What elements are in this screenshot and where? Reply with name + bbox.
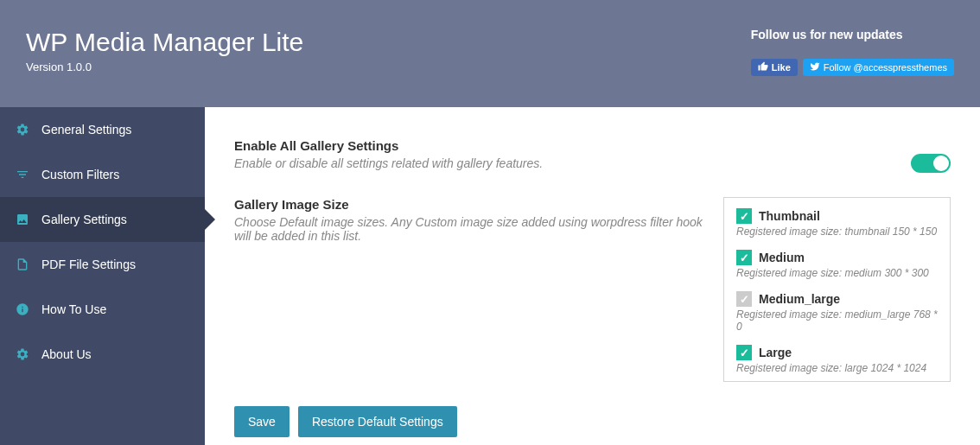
image-icon bbox=[16, 213, 29, 226]
sidebar-item-label: General Settings bbox=[41, 123, 131, 137]
facebook-like-button[interactable]: Like bbox=[751, 59, 798, 76]
checkbox-medium[interactable]: ✓ bbox=[736, 250, 752, 265]
sidebar-item-label: Custom Filters bbox=[41, 168, 119, 181]
app-title: WP Media Manager Lite bbox=[26, 28, 303, 57]
sidebar-item-how-to-use[interactable]: How To Use bbox=[0, 287, 205, 332]
checkbox-large[interactable]: ✓ bbox=[736, 345, 752, 360]
gear-icon bbox=[16, 123, 29, 137]
sidebar-item-label: PDF File Settings bbox=[41, 257, 136, 271]
tw-follow-label: Follow @accesspressthemes bbox=[824, 62, 947, 73]
sidebar-item-label: About Us bbox=[41, 347, 92, 361]
size-item-medium: ✓ Medium Registered image size: medium 3… bbox=[736, 250, 938, 279]
sidebar: General Settings Custom Filters Gallery … bbox=[0, 107, 205, 445]
size-meta: Registered image size: medium 300 * 300 bbox=[736, 267, 938, 279]
enable-all-desc: Enable or disable all settings related w… bbox=[234, 156, 718, 170]
sidebar-item-label: How To Use bbox=[41, 302, 106, 316]
follow-text: Follow us for new updates bbox=[751, 28, 954, 41]
restore-button[interactable]: Restore Default Settings bbox=[298, 406, 457, 437]
image-size-desc: Choose Default image sizes. Any Custom i… bbox=[234, 215, 718, 243]
size-name: Medium bbox=[759, 251, 805, 264]
enable-all-title: Enable All Gallery Settings bbox=[234, 138, 718, 153]
image-size-title: Gallery Image Size bbox=[234, 197, 718, 212]
save-button[interactable]: Save bbox=[234, 406, 290, 437]
image-size-list[interactable]: ✓ Thumbnail Registered image size: thumb… bbox=[723, 197, 951, 382]
thumbs-up-icon bbox=[758, 61, 768, 73]
size-item-large: ✓ Large Registered image size: large 102… bbox=[736, 345, 938, 374]
sidebar-item-general-settings[interactable]: General Settings bbox=[0, 107, 205, 152]
size-item-medium-large: ✓ Medium_large Registered image size: me… bbox=[736, 291, 938, 333]
sidebar-item-gallery-settings[interactable]: Gallery Settings bbox=[0, 197, 205, 242]
size-meta: Registered image size: large 1024 * 1024 bbox=[736, 362, 938, 374]
app-version: Version 1.0.0 bbox=[26, 60, 303, 73]
size-meta: Registered image size: thumbnail 150 * 1… bbox=[736, 226, 938, 238]
twitter-follow-button[interactable]: Follow @accesspressthemes bbox=[803, 59, 954, 76]
content-area: Enable All Gallery Settings Enable or di… bbox=[205, 107, 980, 445]
info-icon bbox=[16, 302, 29, 316]
size-item-thumbnail: ✓ Thumbnail Registered image size: thumb… bbox=[736, 208, 938, 238]
checkbox-thumbnail[interactable]: ✓ bbox=[736, 208, 752, 224]
filter-icon bbox=[16, 168, 29, 181]
size-meta: Registered image size: medium_large 768 … bbox=[736, 308, 938, 333]
sidebar-item-custom-filters[interactable]: Custom Filters bbox=[0, 152, 205, 197]
sidebar-item-about-us[interactable]: About Us bbox=[0, 332, 205, 377]
sidebar-item-label: Gallery Settings bbox=[41, 213, 127, 226]
pdf-icon bbox=[16, 257, 29, 271]
twitter-icon bbox=[810, 61, 820, 73]
gear-icon bbox=[16, 347, 29, 361]
checkbox-medium-large[interactable]: ✓ bbox=[736, 291, 752, 307]
size-name: Large bbox=[759, 346, 792, 359]
size-name: Medium_large bbox=[759, 292, 840, 306]
size-name: Thumbnail bbox=[759, 209, 820, 223]
fb-like-label: Like bbox=[772, 62, 791, 73]
page-header: WP Media Manager Lite Version 1.0.0 Foll… bbox=[0, 0, 980, 107]
sidebar-item-pdf-file-settings[interactable]: PDF File Settings bbox=[0, 242, 205, 287]
enable-all-toggle[interactable] bbox=[911, 154, 951, 173]
